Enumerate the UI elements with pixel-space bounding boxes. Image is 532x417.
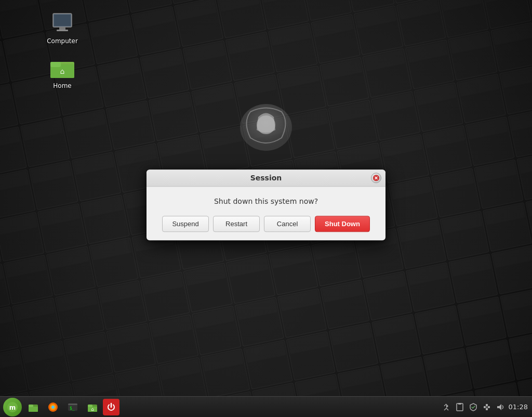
dialog-titlebar: Session xyxy=(147,170,385,187)
shutdown-button[interactable]: Shut Down xyxy=(315,216,370,232)
dialog-close-button[interactable] xyxy=(371,173,381,183)
dialog-message: Shut down this system now? xyxy=(157,197,375,205)
dialog-overlay: Session Shut down this system now? Suspe… xyxy=(0,0,532,417)
suspend-button[interactable]: Suspend xyxy=(162,216,209,232)
desktop: Computer ⌂ Hom xyxy=(0,0,532,417)
restart-button[interactable]: Restart xyxy=(213,216,260,232)
dialog-buttons: Suspend Restart Cancel Shut Down xyxy=(157,216,375,232)
session-dialog: Session Shut down this system now? Suspe… xyxy=(147,170,385,240)
close-icon xyxy=(373,175,379,181)
cancel-button[interactable]: Cancel xyxy=(264,216,311,232)
dialog-title: Session xyxy=(250,174,282,182)
dialog-body: Shut down this system now? Suspend Resta… xyxy=(147,187,385,240)
